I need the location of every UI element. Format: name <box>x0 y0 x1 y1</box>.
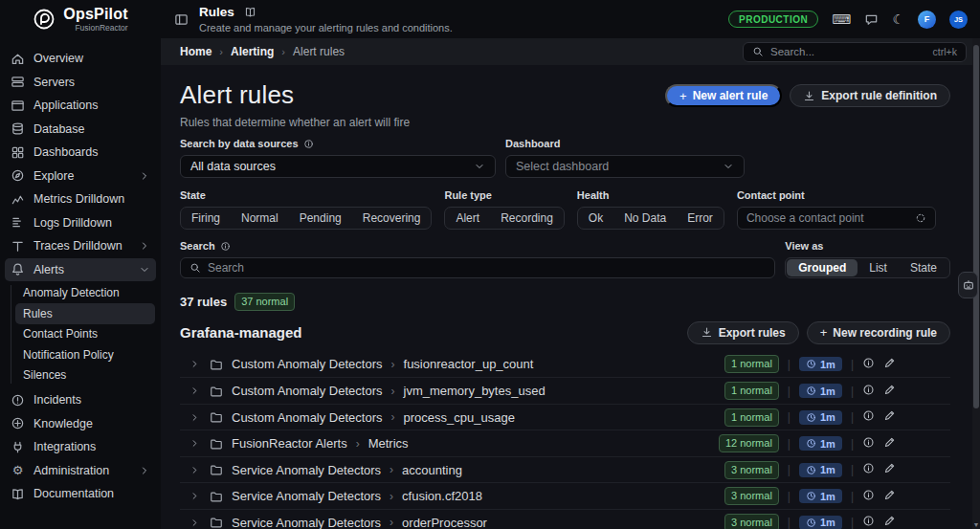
sidebar-item-administration[interactable]: ⚙Administration <box>5 459 156 482</box>
expand-chevron-icon[interactable] <box>189 412 200 423</box>
rule-group[interactable]: Custom Anomaly Detectors <box>232 384 383 398</box>
rule-info-button[interactable] <box>862 514 875 529</box>
rule-name[interactable]: Metrics <box>368 436 409 451</box>
view-as-list[interactable]: List <box>858 259 899 276</box>
rule-name[interactable]: fusionreactor_up_count <box>404 357 534 371</box>
state-option-firing[interactable]: Firing <box>181 208 231 229</box>
dashboards-icon <box>11 145 25 160</box>
rule-edit-button[interactable] <box>883 461 896 478</box>
ruletype-option-recording[interactable]: Recording <box>490 208 564 229</box>
datasource-select[interactable]: All data sources <box>180 155 496 178</box>
ai-assistant-button[interactable] <box>958 272 978 298</box>
rule-info-button[interactable] <box>862 488 875 505</box>
rule-group[interactable]: Custom Anomaly Detectors <box>232 410 383 425</box>
avatar-user[interactable]: JS <box>949 11 968 29</box>
expand-chevron-icon[interactable] <box>189 491 200 501</box>
app-logo[interactable]: OpsPilot FusionReactor <box>0 0 161 38</box>
sidebar-item-traces-drilldown[interactable]: Traces Drilldown <box>5 234 156 257</box>
sidebar-item-notification-policy[interactable]: Notification Policy <box>15 344 155 365</box>
sidebar-item-label: Alerts <box>33 263 64 276</box>
sidebar-item-knowledge[interactable]: Knowledge <box>5 412 156 435</box>
docs-book-icon[interactable] <box>244 6 256 18</box>
view-as-toggle: Grouped List State <box>785 257 950 278</box>
sidebar-item-dashboards[interactable]: Dashboards <box>5 141 156 164</box>
expand-chevron-icon[interactable] <box>189 359 200 369</box>
sidebar-item-label: Incidents <box>33 393 81 407</box>
rule-name[interactable]: jvm_memory_bytes_used <box>404 384 546 398</box>
folder-icon <box>210 516 223 529</box>
sidebar-item-integrations[interactable]: Integrations <box>5 435 156 458</box>
global-search[interactable]: ctrl+k <box>743 42 967 62</box>
export-rules-button[interactable]: Export rules <box>687 321 799 344</box>
sidebar-item-explore[interactable]: Explore <box>5 165 156 187</box>
sidebar-item-silences[interactable]: Silences <box>15 365 155 386</box>
sidebar-item-anomaly-detection[interactable]: Anomaly Detection <box>15 283 155 304</box>
global-search-input[interactable] <box>770 46 926 57</box>
sidebar-item-logs-drilldown[interactable]: Logs Drilldown <box>5 211 156 234</box>
rule-info-button[interactable] <box>862 383 875 400</box>
rule-group[interactable]: Service Anomaly Detectors <box>232 489 381 503</box>
expand-chevron-icon[interactable] <box>189 438 200 449</box>
scrollbar-down-arrow[interactable]: ▼ <box>972 521 980 528</box>
avatar-org[interactable]: F <box>918 11 936 29</box>
rule-name[interactable]: process_cpu_usage <box>404 410 515 425</box>
rule-edit-button[interactable] <box>883 514 896 529</box>
state-option-pending[interactable]: Pending <box>289 208 352 229</box>
contact-point-field[interactable] <box>737 207 936 230</box>
rule-group[interactable]: Service Anomaly Detectors <box>232 463 381 477</box>
panel-toggle-icon[interactable] <box>174 12 189 27</box>
sidebar-item-rules[interactable]: Rules <box>15 303 155 324</box>
rules-search-input[interactable] <box>208 261 766 275</box>
expand-chevron-icon[interactable] <box>189 518 200 528</box>
dashboard-select[interactable]: Select dashboard <box>505 155 745 178</box>
contact-point-input[interactable] <box>746 211 909 225</box>
view-as-grouped[interactable]: Grouped <box>787 259 858 276</box>
rule-edit-button[interactable] <box>883 383 896 400</box>
rule-edit-button[interactable] <box>883 356 896 373</box>
sidebar-item-metrics-drilldown[interactable]: Metrics Drilldown <box>5 187 156 210</box>
rule-group[interactable]: Custom Anomaly Detectors <box>232 357 383 371</box>
breadcrumb-home[interactable]: Home <box>180 45 212 58</box>
state-option-recovering[interactable]: Recovering <box>352 208 432 229</box>
expand-chevron-icon[interactable] <box>189 386 200 396</box>
page-header-title: Rules <box>199 5 234 19</box>
ruletype-option-alert[interactable]: Alert <box>445 208 490 229</box>
rule-edit-button[interactable] <box>883 408 896 426</box>
sidebar-item-servers[interactable]: Servers <box>5 71 156 94</box>
expand-chevron-icon[interactable] <box>189 465 200 475</box>
scrollbar-thumb[interactable] <box>973 45 979 408</box>
view-as-state[interactable]: State <box>899 259 948 276</box>
sidebar-item-database[interactable]: Database <box>5 118 156 141</box>
rule-info-button[interactable] <box>862 356 875 373</box>
sidebar-item-applications[interactable]: Applications <box>5 94 156 117</box>
state-option-normal[interactable]: Normal <box>231 208 289 229</box>
sidebar-item-label: Metrics Drilldown <box>33 192 124 206</box>
health-option-error[interactable]: Error <box>677 208 724 229</box>
feedback-comment-icon[interactable] <box>864 12 879 27</box>
rule-group[interactable]: FusionReactor Alerts <box>232 436 347 451</box>
new-alert-rule-button[interactable]: +New alert rule <box>665 84 782 107</box>
sidebar-item-alerts[interactable]: Alerts <box>5 258 156 281</box>
rule-name[interactable]: cfusion.cf2018 <box>402 489 482 503</box>
health-option-ok[interactable]: Ok <box>578 208 613 229</box>
rule-info-button[interactable] <box>862 435 875 452</box>
sidebar-item-incidents[interactable]: Incidents <box>5 388 156 411</box>
rule-edit-button[interactable] <box>883 435 896 452</box>
sidebar-item-contact-points[interactable]: Contact Points <box>15 324 155 345</box>
brand-product: FusionReactor <box>75 24 127 33</box>
rule-group[interactable]: Service Anomaly Detectors <box>232 516 381 529</box>
rule-edit-button[interactable] <box>883 488 896 505</box>
keyboard-shortcuts-icon[interactable]: ⌨ <box>832 12 851 26</box>
theme-moon-icon[interactable]: ☾ <box>892 12 904 26</box>
rule-name[interactable]: accounting <box>402 463 462 477</box>
sidebar-item-documentation[interactable]: Documentation <box>5 482 156 505</box>
new-recording-rule-button[interactable]: +New recording rule <box>807 321 950 344</box>
rule-name[interactable]: orderProcessor <box>402 516 487 529</box>
export-rule-definition-button[interactable]: Export rule definition <box>790 84 950 107</box>
health-option-nodata[interactable]: No Data <box>613 208 677 229</box>
breadcrumb-alerting[interactable]: Alerting <box>231 45 274 58</box>
sidebar-item-overview[interactable]: Overview <box>5 47 156 70</box>
rules-search-field[interactable] <box>180 257 775 278</box>
rule-info-button[interactable] <box>862 461 875 478</box>
rule-info-button[interactable] <box>862 408 875 426</box>
